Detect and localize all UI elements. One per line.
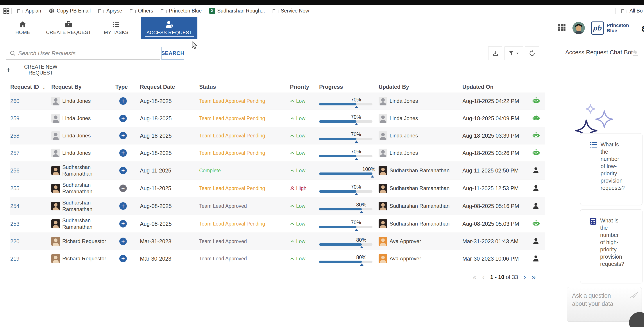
tab-my-tasks[interactable]: MY TASKS — [104, 17, 128, 39]
priority-low-icon — [290, 223, 294, 225]
updated-by-avatar — [378, 237, 387, 246]
requester-avatar — [51, 166, 60, 175]
requester-name: Richard Requestor — [62, 238, 106, 245]
column-progress[interactable]: Progress — [319, 84, 378, 90]
bookmark-apryse[interactable]: Apryse — [98, 8, 122, 14]
request-id-link[interactable]: 255 — [10, 185, 20, 192]
request-id-link[interactable]: 253 — [10, 221, 20, 227]
type-icon: + — [119, 220, 127, 228]
column-updated-by[interactable]: Updated By — [378, 84, 462, 90]
updated-by-name: Linda Jones — [390, 98, 418, 104]
updated-by-avatar — [378, 131, 387, 140]
bookmark-princeton-blue[interactable]: Princeton Blue — [160, 8, 202, 14]
divider — [551, 66, 644, 66]
first-page-button[interactable]: « — [473, 273, 477, 281]
clear-chat-icon[interactable] — [632, 50, 639, 57]
prev-page-button[interactable]: ‹ — [482, 273, 484, 281]
column-status[interactable]: Status — [199, 84, 290, 90]
tab-home[interactable]: HOME — [12, 17, 33, 39]
flag-person-icon — [532, 202, 539, 210]
requester-avatar — [51, 131, 60, 140]
search-placeholder: Search User Requests — [18, 50, 76, 57]
browser-titlebar — [0, 0, 644, 5]
sort-desc-icon[interactable]: ↓ — [42, 83, 46, 90]
column-request-date[interactable]: Request Date — [140, 84, 199, 90]
table-row[interactable]: 257 Linda Jones + Aug-18-2025 Team Lead … — [10, 144, 545, 162]
priority: High — [290, 185, 319, 191]
column-request-id[interactable]: Request ID↓ — [10, 83, 51, 90]
next-page-button[interactable]: › — [524, 273, 526, 281]
table-row[interactable]: 220 Richard Requestor + Mar-31-2023 Team… — [10, 233, 545, 250]
folder-icon — [621, 8, 627, 13]
priority-label: Low — [296, 256, 305, 262]
updated-by-name: Ava Approver — [390, 238, 421, 244]
main-content: Search User Requests SEARCH — [0, 39, 551, 327]
request-date: Mar-30-2023 — [140, 256, 199, 262]
progress-bar: 70% — [319, 97, 372, 105]
bookmark-copy-pb-email[interactable]: Copy PB Email — [49, 8, 91, 14]
column-updated-on[interactable]: Updated On — [462, 84, 532, 90]
tab-access-request[interactable]: ACCESS REQUEST — [141, 17, 198, 39]
updated-on: Aug-08-2025 05:03 PM — [462, 221, 532, 227]
divider — [12, 8, 12, 14]
table-row[interactable]: 254 Sudharshan Ramanathan + Aug-08-2025 … — [10, 197, 545, 215]
progress-marker — [355, 193, 358, 195]
request-id-link[interactable]: 260 — [10, 98, 20, 104]
request-id-link[interactable]: 256 — [10, 167, 20, 174]
table-row[interactable]: 253 Sudharshan Ramanathan + Aug-08-2025 … — [10, 215, 545, 233]
mouse-cursor — [191, 41, 199, 50]
requester-avatar — [51, 114, 60, 123]
search-input[interactable]: Search User Requests — [6, 47, 160, 60]
table-row[interactable]: 219 Richard Requestor + Mar-30-2023 Team… — [10, 250, 545, 267]
bookmark-others[interactable]: Others — [130, 8, 153, 14]
table-row[interactable]: 258 Linda Jones + Aug-18-2025 Team Lead … — [10, 127, 545, 144]
column-priority[interactable]: Priority — [290, 84, 319, 90]
request-id-link[interactable]: 259 — [10, 115, 20, 122]
column-type[interactable]: Type — [116, 84, 140, 90]
table-row[interactable]: 256 Sudharshan Ramanathan + Aug-11-2025 … — [10, 162, 545, 180]
request-date: Aug-18-2025 — [140, 133, 199, 139]
filter-button[interactable] — [504, 46, 523, 60]
request-id-link[interactable]: 254 — [10, 203, 20, 209]
all-bookmarks[interactable]: All Bo — [621, 8, 643, 14]
bookmark-service-now[interactable]: Service Now — [272, 8, 309, 14]
progress-marker — [371, 175, 374, 178]
browser-apps-icon[interactable] — [3, 8, 10, 14]
request-id-link[interactable]: 219 — [10, 256, 20, 262]
table-row[interactable]: 259 Linda Jones + Aug-18-2025 Team Lead … — [10, 110, 545, 127]
request-id-link[interactable]: 258 — [10, 133, 20, 139]
type-icon: + — [119, 255, 127, 262]
suggestion-high-priority[interactable]: What is the number of high-priority prov… — [580, 209, 642, 283]
status-text: Team Lead Approval Pending — [199, 185, 265, 191]
chat-question-input[interactable]: Ask a question about your data — [567, 287, 642, 322]
search-button[interactable]: SEARCH — [162, 47, 184, 60]
request-id-link[interactable]: 257 — [10, 150, 20, 156]
suggestion-low-priority[interactable]: What is the number of low-priority provi… — [580, 133, 642, 205]
progress-value: 70% — [351, 149, 361, 155]
table-row[interactable]: 255 Sudharshan Ramanathan − Aug-11-2025 … — [10, 180, 545, 197]
column-request-by[interactable]: Request By — [51, 84, 116, 90]
updated-by-name: Linda Jones — [390, 115, 418, 121]
download-button[interactable] — [488, 46, 502, 60]
updated-on: Aug-18-2025 03:39 PM — [462, 133, 532, 139]
bookmark-appian[interactable]: Appian — [17, 8, 41, 14]
priority-label: Low — [296, 150, 305, 156]
updated-by-avatar — [378, 254, 387, 263]
create-new-request-button[interactable]: + CREATE NEW REQUEST — [6, 64, 69, 76]
send-icon[interactable] — [630, 292, 638, 299]
bookmark-sudharshan-rough[interactable]: X Sudharshan Rough... — [209, 8, 265, 14]
request-id-link[interactable]: 220 — [10, 238, 20, 245]
priority: Low — [290, 98, 319, 104]
type-icon: + — [119, 149, 127, 157]
flag-robot-icon — [532, 131, 540, 140]
last-page-button[interactable]: » — [532, 273, 536, 281]
progress-bar: 80% — [319, 202, 372, 210]
type-icon: + — [119, 97, 127, 105]
table-row[interactable]: 260 Linda Jones + Aug-18-2025 Team Lead … — [10, 92, 545, 110]
tab-create-request[interactable]: CREATE REQUEST — [46, 17, 91, 39]
user-avatar[interactable] — [572, 22, 585, 34]
refresh-button[interactable] — [525, 46, 539, 60]
chatbot-title: Access Request Chat Bot — [565, 49, 633, 56]
nav-tabs: HOME CREATE REQUEST MY TASKS ACCESS REQU… — [0, 17, 198, 39]
waffle-menu-icon[interactable] — [557, 23, 566, 33]
